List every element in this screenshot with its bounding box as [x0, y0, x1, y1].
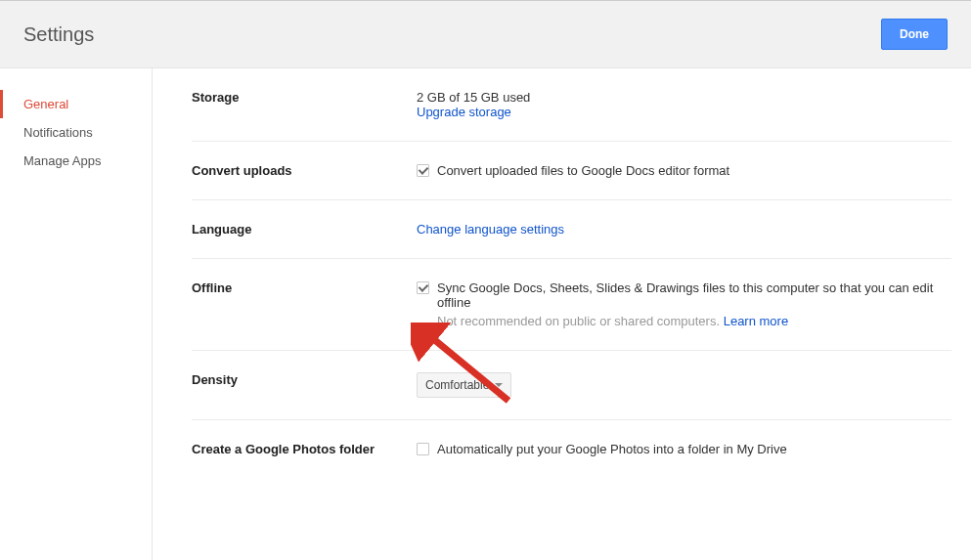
sidebar-item-notifications[interactable]: Notifications [0, 118, 152, 147]
convert-uploads-row: Convert uploads Convert uploaded files t… [192, 142, 951, 200]
offline-value: Sync Google Docs, Sheets, Slides & Drawi… [417, 280, 951, 328]
photos-folder-value: Automatically put your Google Photos int… [417, 442, 951, 456]
language-value: Change language settings [417, 222, 951, 237]
convert-uploads-checkbox-label: Convert uploaded files to Google Docs ed… [437, 163, 729, 178]
sidebar: General Notifications Manage Apps [0, 68, 152, 560]
offline-learn-more-link[interactable]: Learn more [724, 314, 788, 328]
density-value: Comfortable [417, 372, 951, 398]
convert-uploads-label: Convert uploads [192, 163, 417, 178]
language-label: Language [192, 222, 417, 237]
storage-value: 2 GB of 15 GB used Upgrade storage [417, 90, 951, 119]
offline-checkbox[interactable] [417, 281, 429, 294]
content-area: General Notifications Manage Apps Storag… [0, 68, 971, 560]
sidebar-item-manage-apps[interactable]: Manage Apps [0, 147, 152, 175]
density-label: Density [192, 372, 417, 398]
storage-row: Storage 2 GB of 15 GB used Upgrade stora… [192, 90, 951, 142]
density-dropdown[interactable]: Comfortable [417, 372, 511, 398]
convert-uploads-checkbox[interactable] [417, 164, 429, 177]
convert-uploads-value: Convert uploaded files to Google Docs ed… [417, 163, 951, 178]
offline-row: Offline Sync Google Docs, Sheets, Slides… [192, 259, 951, 351]
offline-checkbox-text: Sync Google Docs, Sheets, Slides & Drawi… [437, 280, 951, 328]
offline-helper-text: Not recommended on public or shared comp… [437, 314, 720, 328]
photos-folder-label: Create a Google Photos folder [192, 442, 417, 456]
main-panel: Storage 2 GB of 15 GB used Upgrade stora… [152, 68, 971, 560]
settings-header: Settings Done [0, 0, 971, 68]
density-selected: Comfortable [425, 378, 489, 392]
photos-folder-checkbox-label: Automatically put your Google Photos int… [437, 442, 787, 456]
offline-label: Offline [192, 280, 417, 328]
photos-folder-row: Create a Google Photos folder Automatica… [192, 420, 951, 478]
storage-label: Storage [192, 90, 417, 119]
offline-helper: Not recommended on public or shared comp… [437, 314, 951, 328]
storage-usage: 2 GB of 15 GB used [417, 90, 951, 105]
photos-folder-checkbox[interactable] [417, 443, 429, 455]
done-button[interactable]: Done [881, 19, 948, 50]
chevron-down-icon [495, 383, 503, 387]
language-row: Language Change language settings [192, 200, 951, 259]
offline-checkbox-label: Sync Google Docs, Sheets, Slides & Drawi… [437, 280, 933, 310]
change-language-link[interactable]: Change language settings [417, 222, 564, 237]
upgrade-storage-link[interactable]: Upgrade storage [417, 105, 951, 119]
density-row: Density Comfortable [192, 351, 951, 420]
sidebar-item-general[interactable]: General [0, 90, 152, 118]
page-title: Settings [23, 23, 94, 46]
